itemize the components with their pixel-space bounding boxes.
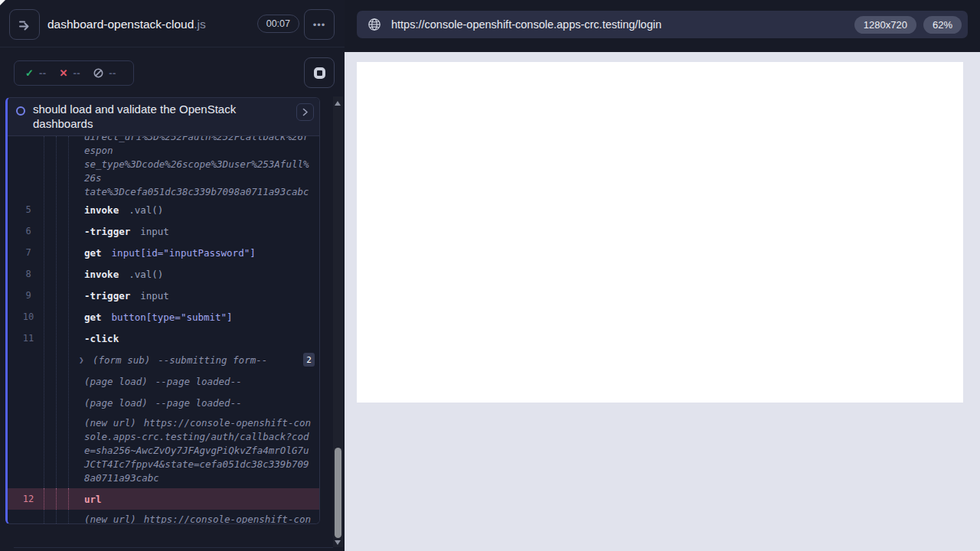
viewport-size-badge: 980x551 [854, 16, 916, 34]
test-header[interactable]: should load and validate the OpenStack d… [8, 98, 319, 136]
check-icon: ✓ [25, 67, 34, 79]
event-text: --submitting form-- [158, 354, 267, 366]
command-args: input [140, 290, 169, 302]
command-selector: button[type="submit"] [112, 311, 233, 323]
command-method: -click [84, 333, 119, 344]
command-method: invoke [84, 204, 119, 216]
command-method: url [84, 494, 102, 505]
app-viewport [345, 52, 980, 551]
log-command-row-highlighted[interactable]: 12 url [8, 488, 319, 510]
runnables-scroll-area: should load and validate the OpenStack d… [0, 96, 345, 551]
failed-count: -- [73, 67, 80, 79]
reporter-scrollbar[interactable] [333, 96, 343, 547]
log-command-row[interactable]: 7 get input[id="inputPassword"] [8, 242, 319, 263]
log-event-page-load: (page load) --page loaded-- [8, 392, 319, 413]
pending-count: -- [109, 67, 116, 79]
url-text: https://console-openshift-console.apps-c… [391, 18, 848, 31]
test-block: should load and validate the OpenStack d… [5, 97, 320, 524]
scroll-up-arrow-icon[interactable] [335, 101, 341, 106]
test-expand-button[interactable] [296, 103, 314, 121]
command-method: invoke [84, 269, 119, 280]
log-event-wrapped-clipped: direct_uri%3D%252Fauth%252Fcallback%26re… [8, 136, 319, 199]
command-args: .val() [129, 204, 163, 216]
stop-icon [314, 67, 325, 79]
command-method: -trigger [84, 290, 130, 302]
log-command-row[interactable]: 8 invoke .val() [8, 263, 319, 285]
log-command-row[interactable]: 6 -trigger input [8, 220, 319, 242]
next-item-divider [14, 547, 333, 548]
log-event-page-load: (page load) --page loaded-- [8, 370, 319, 392]
log-command-row[interactable]: 5 invoke .val() [8, 199, 319, 220]
command-method: get [84, 311, 102, 323]
ban-icon [93, 68, 103, 78]
command-args: .val() [129, 269, 163, 280]
reporter-menu-button[interactable]: ••• [304, 9, 335, 40]
rendered-page[interactable] [357, 62, 963, 403]
command-number: 11 [17, 333, 40, 344]
log-command-row[interactable]: 9 -trigger input [8, 285, 319, 306]
specs-list-toggle-button[interactable] [9, 9, 40, 40]
event-text: --page loaded-- [155, 376, 242, 387]
log-event-form-submit: ❯ (form sub) --submitting form-- 2 [8, 349, 319, 370]
stat-passed: ✓ -- [25, 67, 47, 79]
test-running-icon [16, 106, 25, 116]
event-count-badge: 2 [303, 353, 315, 367]
stat-failed: ✕ -- [60, 67, 81, 79]
command-number: 7 [17, 247, 40, 258]
test-timer: 00:07 [257, 15, 299, 33]
x-icon: ✕ [60, 67, 68, 79]
command-selector: input[id="inputPassword"] [112, 247, 256, 259]
cypress-reporter-panel: dashboard-openstack-cloud.js 00:07 ••• ✓… [0, 0, 345, 551]
event-label: (form sub) [93, 354, 150, 366]
command-method: get [84, 247, 102, 259]
log-event-new-url: (new url)https://console-openshift-conso… [8, 416, 319, 485]
stats-section: ✓ -- ✕ -- -- [0, 48, 345, 96]
test-stats: ✓ -- ✕ -- -- [14, 60, 134, 86]
log-command-row[interactable]: 10 get button[type="submit"] [8, 306, 319, 328]
event-label: (page load) [84, 397, 148, 409]
command-number: 8 [17, 269, 40, 279]
log-command-row[interactable]: 11 -click [8, 328, 319, 349]
chevron-right-icon[interactable]: ❯ [79, 355, 93, 365]
command-log: direct_uri%3D%252Fauth%252Fcallback%26re… [8, 136, 319, 523]
event-text: --page loaded-- [155, 397, 242, 409]
url-bar[interactable]: https://console-openshift-console.apps-c… [357, 11, 968, 38]
command-number: 5 [17, 204, 40, 215]
browser-pane: https://console-openshift-console.apps-c… [345, 0, 980, 551]
stop-button[interactable] [304, 57, 335, 88]
command-number: 12 [17, 494, 40, 504]
panel-expand-icon [17, 17, 32, 32]
spec-filename: dashboard-openstack-cloud.js [47, 18, 206, 31]
command-number: 9 [17, 290, 40, 301]
command-number: 6 [17, 226, 40, 236]
indent-guide [68, 488, 69, 510]
indent-guide [44, 488, 44, 510]
scroll-down-arrow-icon[interactable] [335, 540, 341, 545]
event-label: (page load) [84, 376, 148, 387]
test-title: should load and validate the OpenStack d… [33, 102, 286, 131]
spec-extension: .js [194, 18, 206, 31]
ellipsis-icon: ••• [313, 19, 326, 31]
command-method: -trigger [84, 226, 130, 237]
command-number: 10 [17, 311, 40, 322]
log-event-new-url: (new url)https://console-openshift-conso… [8, 513, 319, 523]
command-args: input [140, 226, 169, 237]
chevron-right-icon [300, 107, 310, 117]
stat-pending: -- [93, 67, 116, 79]
scrollbar-thumb[interactable] [335, 448, 341, 538]
zoom-level-badge: 62% [923, 16, 962, 34]
reporter-header: dashboard-openstack-cloud.js 00:07 ••• [0, 0, 345, 47]
indent-guide [56, 488, 57, 510]
spec-name: dashboard-openstack-cloud [47, 18, 194, 31]
globe-icon [368, 18, 381, 31]
passed-count: -- [39, 67, 47, 79]
